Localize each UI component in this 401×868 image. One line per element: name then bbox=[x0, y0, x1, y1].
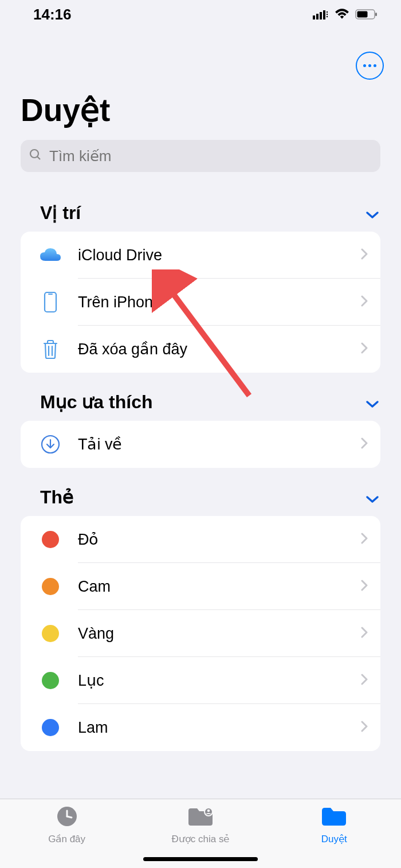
search-field[interactable] bbox=[21, 140, 380, 172]
row-label: Đã xóa gần đây bbox=[78, 340, 380, 358]
tag-color-icon bbox=[38, 625, 63, 642]
chevron-down-icon bbox=[365, 202, 379, 224]
svg-point-6 bbox=[327, 15, 328, 17]
section-title: Vị trí bbox=[40, 202, 81, 224]
shared-folder-icon bbox=[187, 805, 214, 831]
trash-icon bbox=[38, 339, 63, 359]
svg-rect-12 bbox=[45, 292, 56, 312]
tab-label: Gần đây bbox=[48, 833, 85, 845]
svg-rect-2 bbox=[320, 12, 322, 19]
tag-row[interactable]: Cam bbox=[21, 563, 380, 610]
row-label: iCloud Drive bbox=[78, 247, 380, 264]
tag-row[interactable]: Đỏ bbox=[21, 516, 380, 563]
locations-card: iCloud Drive Trên iPhone Đã xóa gần đây bbox=[21, 232, 380, 373]
home-indicator[interactable] bbox=[143, 857, 258, 861]
tab-bar: Gần đây Được chia sẻ Duyệt bbox=[0, 799, 401, 868]
clock-icon bbox=[56, 805, 78, 831]
section-header-locations[interactable]: Vị trí bbox=[0, 183, 401, 232]
section-header-favorites[interactable]: Mục ưa thích bbox=[0, 373, 401, 421]
svg-line-19 bbox=[67, 816, 72, 818]
ellipsis-icon bbox=[363, 64, 376, 67]
svg-rect-8 bbox=[357, 11, 368, 17]
row-label: Lục bbox=[78, 671, 380, 690]
favorites-card: Tải về bbox=[21, 421, 380, 468]
tab-browse[interactable]: Duyệt bbox=[268, 805, 400, 845]
section-title: Thẻ bbox=[40, 486, 74, 508]
svg-rect-1 bbox=[316, 14, 319, 19]
tab-shared[interactable]: Được chia sẻ bbox=[134, 805, 266, 845]
row-label: Cam bbox=[78, 578, 380, 596]
svg-point-4 bbox=[327, 11, 328, 12]
chevron-right-icon bbox=[361, 342, 368, 356]
cloud-icon bbox=[38, 247, 63, 263]
tab-recents[interactable]: Gần đây bbox=[1, 805, 133, 845]
tag-color-icon bbox=[38, 719, 63, 736]
tag-row[interactable]: Lục bbox=[21, 657, 380, 704]
svg-rect-9 bbox=[375, 13, 377, 16]
svg-point-5 bbox=[327, 13, 328, 14]
svg-point-10 bbox=[30, 150, 38, 158]
chevron-right-icon bbox=[361, 295, 368, 309]
svg-rect-3 bbox=[323, 10, 325, 19]
tags-card: ĐỏCamVàngLụcLam bbox=[21, 516, 380, 751]
svg-rect-13 bbox=[48, 294, 53, 295]
tag-row[interactable]: Lam bbox=[21, 704, 380, 751]
more-options-button[interactable] bbox=[356, 52, 384, 80]
row-label: Lam bbox=[78, 719, 380, 737]
section-header-tags[interactable]: Thẻ bbox=[0, 468, 401, 516]
folder-icon bbox=[320, 805, 348, 831]
tag-row[interactable]: Vàng bbox=[21, 610, 380, 657]
iphone-icon bbox=[38, 291, 63, 313]
tag-color-icon bbox=[38, 672, 63, 689]
chevron-right-icon bbox=[361, 533, 368, 546]
favorite-downloads[interactable]: Tải về bbox=[21, 421, 380, 468]
location-icloud-drive[interactable]: iCloud Drive bbox=[21, 232, 380, 279]
status-time: 14:16 bbox=[33, 6, 72, 24]
chevron-right-icon bbox=[361, 580, 368, 593]
status-bar: 14:16 bbox=[0, 0, 401, 29]
tab-label: Được chia sẻ bbox=[172, 833, 230, 845]
location-on-iphone[interactable]: Trên iPhone bbox=[21, 279, 380, 326]
search-input[interactable] bbox=[48, 147, 372, 166]
row-label: Trên iPhone bbox=[78, 294, 380, 311]
battery-icon bbox=[355, 6, 378, 24]
row-label: Đỏ bbox=[78, 530, 380, 549]
row-label: Tải về bbox=[78, 435, 380, 453]
page-title: Duyệt bbox=[0, 29, 401, 135]
wifi-icon bbox=[335, 6, 349, 24]
tag-color-icon bbox=[38, 531, 63, 548]
location-recently-deleted[interactable]: Đã xóa gần đây bbox=[21, 326, 380, 373]
status-indicators bbox=[313, 6, 378, 24]
section-title: Mục ưa thích bbox=[40, 391, 152, 413]
cellular-icon bbox=[313, 6, 329, 24]
chevron-right-icon bbox=[361, 721, 368, 734]
download-icon bbox=[38, 434, 63, 455]
svg-rect-0 bbox=[313, 15, 315, 19]
row-label: Vàng bbox=[78, 625, 380, 643]
svg-point-21 bbox=[207, 810, 210, 812]
chevron-down-icon bbox=[365, 392, 379, 413]
search-icon bbox=[29, 148, 42, 164]
chevron-right-icon bbox=[361, 437, 368, 451]
chevron-right-icon bbox=[361, 627, 368, 640]
chevron-right-icon bbox=[361, 674, 368, 687]
svg-line-11 bbox=[37, 157, 40, 159]
chevron-right-icon bbox=[361, 248, 368, 262]
tag-color-icon bbox=[38, 578, 63, 595]
chevron-down-icon bbox=[365, 487, 379, 508]
tab-label: Duyệt bbox=[321, 833, 347, 845]
